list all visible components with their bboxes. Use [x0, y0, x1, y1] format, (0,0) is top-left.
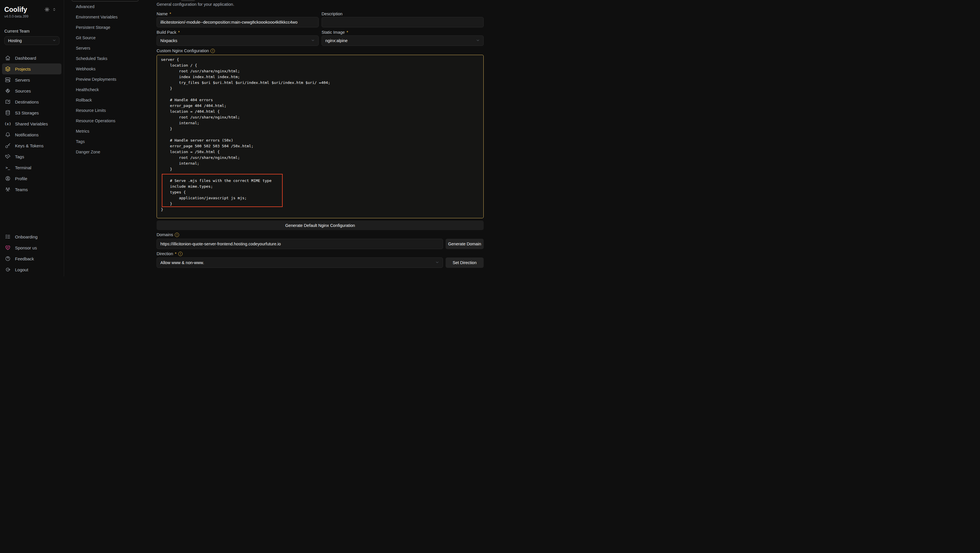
checklist-icon — [5, 234, 11, 240]
set-direction-button[interactable]: Set Direction — [445, 257, 484, 268]
sidebar-item-teams[interactable]: Teams — [2, 184, 61, 195]
subnav-item-webhooks[interactable]: Webhooks — [64, 64, 157, 74]
sidebar-item-logout[interactable]: Logout — [2, 264, 61, 275]
subnav-item-resource-operations[interactable]: Resource Operations — [64, 116, 157, 126]
chevron-down-icon — [435, 261, 439, 265]
heart-icon — [5, 245, 11, 251]
description-label: Description — [321, 11, 484, 16]
generate-nginx-button[interactable]: Generate Default Nginx Configuration — [157, 221, 484, 230]
theme-toggle-sun-icon[interactable] — [45, 7, 49, 13]
sidebar-item-label: Profile — [15, 176, 27, 181]
sidebar-item-s3-storages[interactable]: S3 Storages — [2, 107, 61, 118]
sidebar-item-terminal[interactable]: >_ Terminal — [2, 162, 61, 173]
required-asterisk: * — [175, 251, 177, 256]
sidebar-footer: Onboarding Sponsor us Feedback Logout — [0, 231, 64, 276]
description-input[interactable] — [321, 17, 484, 27]
sidebar-item-dashboard[interactable]: Dashboard — [2, 52, 61, 64]
build-pack-select[interactable]: Nixpacks — [157, 35, 319, 46]
braces-x-icon: (x) — [5, 121, 11, 127]
terminal-icon: >_ — [5, 165, 11, 170]
logout-icon — [5, 267, 11, 272]
domains-input[interactable] — [157, 239, 443, 249]
database-icon — [5, 110, 11, 116]
subnav-item-advanced[interactable]: Advanced — [64, 2, 157, 12]
sidebar-item-label: Sponsor us — [15, 245, 37, 250]
sidebar-item-sponsor[interactable]: Sponsor us — [2, 242, 61, 253]
logo-row: Coolify — [0, 0, 64, 14]
sidebar-item-tags[interactable]: Tags — [2, 151, 61, 162]
sidebar-item-label: Servers — [15, 78, 30, 83]
sidebar-item-destinations[interactable]: Destinations — [2, 96, 61, 107]
sidebar-item-label: Destinations — [15, 100, 39, 104]
sidebar-item-projects[interactable]: Projects — [2, 64, 61, 75]
sidebar-item-label: Projects — [15, 67, 30, 72]
team-select-value: Hosting — [8, 38, 22, 43]
collapse-chevrons-icon[interactable] — [52, 8, 56, 13]
sidebar-item-keys-tokens[interactable]: Keys & Tokens — [2, 140, 61, 151]
subnav-item-rollback[interactable]: Rollback — [64, 95, 157, 105]
sidebar-item-label: Logout — [15, 267, 28, 272]
team-select[interactable]: Hosting — [4, 37, 59, 45]
generate-domain-button[interactable]: Generate Domain — [445, 239, 484, 249]
chevron-down-icon — [311, 38, 315, 43]
map-icon — [5, 99, 11, 105]
nginx-config-code[interactable]: server { location / { root /usr/share/ng… — [157, 55, 484, 218]
direction-label: Direction* i — [157, 251, 484, 256]
sidebar-item-label: Notifications — [15, 132, 39, 137]
info-icon[interactable]: i — [178, 252, 183, 256]
sidebar-item-label: Teams — [15, 187, 28, 192]
app-version: v4.0.0-beta.399 — [0, 14, 64, 19]
main-content: General configuration for your applicati… — [157, 0, 490, 276]
nginx-config-editor[interactable]: server { location / { root /usr/share/ng… — [157, 55, 484, 218]
static-image-value: nginx:alpine — [325, 38, 348, 43]
sidebar-item-label: Feedback — [15, 256, 34, 261]
direction-row: Allow www & non-www. Set Direction — [157, 257, 484, 268]
git-icon — [5, 88, 11, 94]
required-asterisk: * — [178, 30, 180, 35]
subnav-item-metrics[interactable]: Metrics — [64, 126, 157, 137]
sidebar-item-notifications[interactable]: Notifications — [2, 129, 61, 140]
app-window: Coolify v4.0.0-beta.399 Current Team Hos… — [0, 0, 490, 276]
domains-row: Generate Domain — [157, 239, 484, 249]
name-input[interactable] — [157, 17, 319, 27]
users-icon — [5, 186, 11, 192]
sidebar-item-feedback[interactable]: Feedback — [2, 253, 61, 264]
sidebar-item-shared-variables[interactable]: (x) Shared Variables — [2, 118, 61, 129]
settings-subnav: Advanced Environment Variables Persisten… — [64, 0, 157, 276]
subnav-item-tags[interactable]: Tags — [64, 137, 157, 147]
info-icon[interactable]: i — [175, 233, 179, 237]
subnav-item-resource-limits[interactable]: Resource Limits — [64, 105, 157, 116]
sidebar-item-label: Onboarding — [15, 234, 38, 239]
static-image-select[interactable]: nginx:alpine — [321, 35, 484, 46]
sidebar-item-profile[interactable]: Profile — [2, 173, 61, 184]
subnav-item-preview-deployments[interactable]: Preview Deployments — [64, 74, 157, 84]
sidebar-item-sources[interactable]: Sources — [2, 85, 61, 96]
sidebar-item-onboarding[interactable]: Onboarding — [2, 231, 61, 242]
info-icon[interactable]: i — [210, 49, 215, 53]
subnav-item-healthcheck[interactable]: Healthcheck — [64, 84, 157, 95]
build-pack-label: Build Pack* — [157, 30, 319, 35]
layers-icon — [5, 66, 11, 72]
subnav-item-scheduled-tasks[interactable]: Scheduled Tasks — [64, 53, 157, 64]
subnav-item-persistent-storage[interactable]: Persistent Storage — [64, 22, 157, 33]
server-icon — [5, 77, 11, 83]
page-subtitle: General configuration for your applicati… — [157, 2, 484, 7]
direction-select[interactable]: Allow www & non-www. — [157, 257, 443, 268]
subnav-item-environment-variables[interactable]: Environment Variables — [64, 12, 157, 22]
key-icon — [5, 143, 11, 148]
subnav-item-servers[interactable]: Servers — [64, 43, 157, 53]
sidebar-item-servers[interactable]: Servers — [2, 75, 61, 85]
static-image-label: Static Image* — [321, 30, 484, 35]
direction-value: Allow www & non-www. — [160, 261, 204, 265]
sidebar-item-label: S3 Storages — [15, 110, 39, 115]
user-circle-icon — [5, 176, 11, 181]
tags-icon — [5, 154, 11, 159]
sidebar-item-label: Keys & Tokens — [15, 143, 43, 148]
sidebar-item-label: Terminal — [15, 165, 32, 170]
home-icon — [5, 55, 11, 61]
chevron-down-icon — [476, 38, 480, 43]
nginx-config-label: Custom Nginx Configuration i — [157, 48, 484, 53]
subnav-item-git-source[interactable]: Git Source — [64, 33, 157, 43]
subnav-item-danger-zone[interactable]: Danger Zone — [64, 147, 157, 157]
name-label: Name* — [157, 11, 319, 16]
